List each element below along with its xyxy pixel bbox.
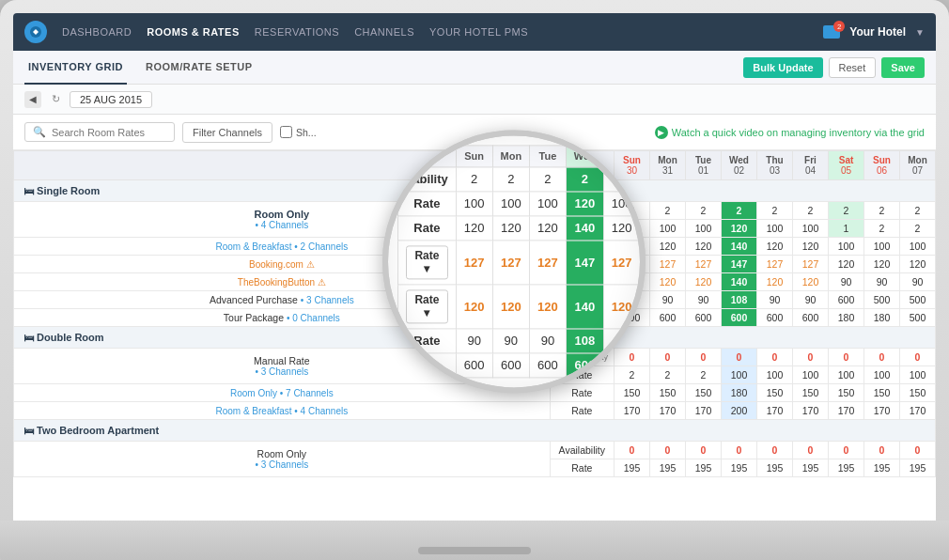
- cell[interactable]: 120: [793, 273, 829, 291]
- cell[interactable]: 170: [757, 402, 793, 420]
- cell[interactable]: 100: [829, 366, 864, 384]
- cell-zero[interactable]: 0: [722, 442, 757, 459]
- cell-zero[interactable]: 0: [615, 349, 650, 366]
- cell-zero[interactable]: 0: [615, 442, 650, 459]
- cell[interactable]: 2: [615, 366, 650, 384]
- cell[interactable]: 170: [615, 402, 650, 420]
- cell-green[interactable]: 140: [722, 238, 757, 256]
- cell-zero[interactable]: 0: [900, 442, 936, 459]
- cell[interactable]: 120: [686, 238, 722, 256]
- nav-reservations[interactable]: RESERVATIONS: [255, 26, 339, 38]
- cell[interactable]: 195: [650, 459, 686, 477]
- cell[interactable]: 2: [900, 220, 936, 238]
- cell[interactable]: 1: [829, 220, 864, 238]
- cell[interactable]: 150: [757, 384, 793, 402]
- cell[interactable]: 120: [615, 273, 650, 291]
- cell[interactable]: 100: [650, 220, 686, 238]
- tab-inventory-grid[interactable]: INVENTORY GRID: [24, 51, 127, 85]
- search-input[interactable]: [52, 127, 166, 138]
- cell[interactable]: 200: [722, 402, 757, 420]
- cell-zero[interactable]: 0: [722, 349, 757, 366]
- cell[interactable]: 600: [650, 309, 686, 327]
- cell[interactable]: 100: [900, 238, 936, 256]
- cell-zero[interactable]: 0: [829, 442, 864, 459]
- cell-green[interactable]: 2: [722, 202, 757, 220]
- cell-zero[interactable]: 0: [900, 349, 936, 366]
- cell[interactable]: 2: [900, 202, 936, 220]
- prev-date-button[interactable]: ◀: [24, 91, 41, 108]
- cell[interactable]: 100: [900, 366, 936, 384]
- cell[interactable]: 195: [864, 459, 900, 477]
- cell[interactable]: 2: [829, 202, 864, 220]
- cell-zero[interactable]: 0: [757, 442, 793, 459]
- refresh-button[interactable]: ↻: [47, 91, 64, 108]
- nav-rooms-rates[interactable]: ROOMS & RATES: [147, 26, 240, 38]
- tab-room-rate-setup[interactable]: ROOM/RATE SETUP: [142, 51, 257, 85]
- cell[interactable]: 120: [686, 273, 722, 291]
- cell[interactable]: 195: [722, 459, 757, 477]
- cell[interactable]: 2: [793, 202, 829, 220]
- cell[interactable]: 170: [864, 402, 900, 420]
- cell[interactable]: 100: [686, 220, 722, 238]
- booking-channel[interactable]: Booking.com ⚠: [249, 259, 315, 270]
- cell[interactable]: 600: [829, 291, 864, 309]
- cell[interactable]: 100: [864, 238, 900, 256]
- cell[interactable]: 120: [900, 256, 936, 273]
- cell[interactable]: 100: [864, 366, 900, 384]
- cell[interactable]: 90: [757, 291, 793, 309]
- cell[interactable]: 170: [686, 402, 722, 420]
- cell-zero[interactable]: 0: [793, 442, 829, 459]
- cell[interactable]: 150: [650, 384, 686, 402]
- cell-green[interactable]: 108: [722, 291, 757, 309]
- cell[interactable]: 195: [829, 459, 864, 477]
- cell-zero[interactable]: 0: [864, 349, 900, 366]
- cell[interactable]: 2: [650, 366, 686, 384]
- cell[interactable]: 600: [793, 309, 829, 327]
- cell[interactable]: 180: [864, 309, 900, 327]
- cell[interactable]: 120: [829, 256, 864, 273]
- cell[interactable]: 195: [686, 459, 722, 477]
- cell[interactable]: 600: [757, 309, 793, 327]
- cell-zero[interactable]: 0: [829, 349, 864, 366]
- nav-dashboard[interactable]: DASHBOARD: [62, 26, 132, 38]
- cell[interactable]: 2: [615, 202, 650, 220]
- cell[interactable]: 150: [793, 384, 829, 402]
- cell[interactable]: 170: [900, 402, 936, 420]
- cell[interactable]: 2: [686, 366, 722, 384]
- cell[interactable]: 100: [615, 220, 650, 238]
- cell[interactable]: 100: [793, 220, 829, 238]
- cell[interactable]: 195: [615, 459, 650, 477]
- cell-green[interactable]: 600: [722, 309, 757, 327]
- cell[interactable]: 170: [650, 402, 686, 420]
- cell[interactable]: 90: [615, 291, 650, 309]
- cell[interactable]: 127: [615, 256, 650, 273]
- cell[interactable]: 600: [686, 309, 722, 327]
- cell[interactable]: 90: [793, 291, 829, 309]
- cell[interactable]: 150: [686, 384, 722, 402]
- cell[interactable]: 120: [864, 256, 900, 273]
- cell[interactable]: 170: [793, 402, 829, 420]
- cell[interactable]: 100: [793, 366, 829, 384]
- cell[interactable]: 90: [864, 273, 900, 291]
- nav-channels[interactable]: CHANNELS: [354, 26, 414, 38]
- cell[interactable]: 120: [650, 273, 686, 291]
- cell-green[interactable]: 140: [722, 273, 757, 291]
- rate-dropdown[interactable]: Rate ▾: [550, 256, 614, 273]
- bookingbutton-channel[interactable]: TheBookingButton ⚠: [238, 277, 326, 288]
- cell[interactable]: 127: [793, 256, 829, 273]
- cell-zero[interactable]: 0: [757, 349, 793, 366]
- cell[interactable]: 120: [793, 238, 829, 256]
- cell[interactable]: 100: [757, 220, 793, 238]
- bulk-update-button[interactable]: Bulk Update: [743, 57, 822, 78]
- cell[interactable]: 150: [864, 384, 900, 402]
- cell[interactable]: 100: [829, 238, 864, 256]
- info-text[interactable]: Watch a quick video on managing inventor…: [672, 127, 925, 138]
- cell[interactable]: 2: [864, 220, 900, 238]
- cell[interactable]: 100: [722, 366, 757, 384]
- save-button[interactable]: Save: [881, 57, 925, 78]
- cell-green[interactable]: 147: [722, 256, 757, 273]
- cell[interactable]: 100: [757, 366, 793, 384]
- cell[interactable]: 2: [757, 202, 793, 220]
- filter-channels-button[interactable]: Filter Channels: [182, 122, 272, 143]
- cell-zero[interactable]: 0: [650, 442, 686, 459]
